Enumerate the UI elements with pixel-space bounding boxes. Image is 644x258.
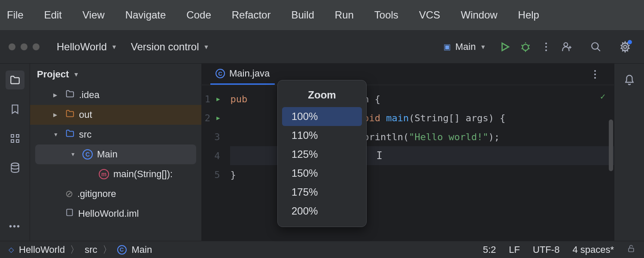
run-config-label: Main bbox=[455, 41, 476, 52]
more-tools-button[interactable]: ••• bbox=[6, 217, 24, 236]
svg-rect-17 bbox=[16, 140, 19, 142]
breadcrumb-root[interactable]: HelloWorld bbox=[19, 244, 65, 255]
svg-rect-15 bbox=[16, 135, 19, 137]
vertical-dots-icon bbox=[594, 70, 596, 79]
tree-label: main(String[]): bbox=[113, 169, 173, 180]
chevron-down-icon: ▼ bbox=[204, 43, 210, 50]
project-tool-button[interactable] bbox=[6, 71, 24, 89]
editor-more-button[interactable] bbox=[585, 64, 605, 85]
encoding-label[interactable]: UTF-8 bbox=[533, 244, 559, 255]
tree-item-idea[interactable]: ▶ .idea bbox=[30, 85, 201, 105]
chevron-down-icon: ▼ bbox=[53, 132, 61, 138]
lock-icon[interactable] bbox=[627, 244, 635, 255]
cursor-position-label[interactable]: 5:2 bbox=[483, 244, 496, 255]
editor-tab-main[interactable]: C Main.java bbox=[210, 64, 275, 85]
tree-item-main-method[interactable]: m main(String[]): bbox=[30, 164, 201, 184]
project-panel-title: Project bbox=[37, 69, 69, 80]
tree-item-gitignore[interactable]: ⊘ .gitignore bbox=[30, 184, 201, 204]
editor-gutter[interactable]: 1▶ 2▶ 3 4 5 bbox=[202, 85, 226, 241]
breadcrumb-file[interactable]: Main bbox=[132, 244, 152, 255]
menu-vcs[interactable]: VCS bbox=[416, 6, 444, 24]
menu-window[interactable]: Window bbox=[457, 6, 501, 24]
menu-tools[interactable]: Tools bbox=[371, 6, 402, 24]
menu-build[interactable]: Build bbox=[288, 6, 317, 24]
menu-help[interactable]: Help bbox=[515, 6, 543, 24]
bookmarks-tool-button[interactable] bbox=[6, 100, 24, 119]
vcs-dropdown[interactable]: Version control ▼ bbox=[131, 41, 210, 53]
scrollbar-thumb[interactable] bbox=[609, 120, 613, 171]
code-with-me-button[interactable] bbox=[556, 37, 577, 57]
line-number: 3 bbox=[211, 132, 220, 142]
menu-code[interactable]: Code bbox=[183, 6, 214, 24]
editor-body[interactable]: 1▶ 2▶ 3 4 5 pubn { c void main(String[] … bbox=[202, 85, 614, 241]
module-icon: ◇ bbox=[9, 246, 14, 254]
notifications-button[interactable] bbox=[620, 71, 639, 89]
search-button[interactable] bbox=[586, 37, 606, 57]
line-number: 2 bbox=[202, 113, 210, 123]
status-bar: ◇ HelloWorld 〉 src 〉 C Main 5:2 LF UTF-8… bbox=[0, 241, 644, 258]
class-icon: C bbox=[82, 149, 93, 160]
chevron-down-icon: ▼ bbox=[70, 151, 78, 157]
database-tool-button[interactable] bbox=[6, 158, 24, 177]
application-icon: ▣ bbox=[444, 42, 451, 52]
tree-item-iml[interactable]: HelloWorld.iml bbox=[30, 204, 201, 224]
zoom-option-125[interactable]: 125% bbox=[282, 145, 362, 164]
editor-tabs: C Main.java bbox=[202, 64, 614, 85]
menu-view[interactable]: View bbox=[79, 6, 108, 24]
inspection-ok-icon[interactable]: ✓ bbox=[600, 91, 605, 101]
tree-item-src[interactable]: ▼ src bbox=[30, 125, 201, 144]
class-icon: C bbox=[216, 69, 225, 78]
svg-line-4 bbox=[529, 45, 529, 46]
settings-button[interactable] bbox=[615, 37, 635, 57]
chevron-right-icon: ▶ bbox=[53, 112, 61, 118]
project-name-label: HelloWorld bbox=[57, 41, 107, 53]
menu-run[interactable]: Run bbox=[331, 6, 357, 24]
zoom-option-175[interactable]: 175% bbox=[282, 183, 362, 202]
svg-marker-0 bbox=[502, 43, 509, 50]
svg-rect-14 bbox=[11, 135, 14, 137]
menu-navigate[interactable]: Navigate bbox=[122, 6, 170, 24]
tree-label: .gitignore bbox=[77, 188, 116, 200]
svg-point-18 bbox=[11, 163, 18, 166]
breadcrumb[interactable]: ◇ HelloWorld 〉 src 〉 C Main bbox=[9, 243, 152, 256]
run-configuration-dropdown[interactable]: ▣ Main ▼ bbox=[444, 41, 486, 52]
debug-button[interactable] bbox=[515, 37, 536, 57]
window-controls[interactable] bbox=[9, 43, 39, 50]
indent-label[interactable]: 4 spaces* bbox=[572, 244, 614, 255]
chevron-right-icon: 〉 bbox=[70, 243, 79, 256]
menu-bar: File Edit View Navigate Code Refactor Bu… bbox=[0, 0, 644, 30]
folder-icon bbox=[65, 129, 75, 141]
zoom-option-100[interactable]: 100% bbox=[282, 107, 362, 126]
run-button[interactable] bbox=[495, 37, 515, 57]
run-gutter-icon[interactable]: ▶ bbox=[216, 95, 220, 102]
file-icon bbox=[65, 208, 74, 219]
menu-refactor[interactable]: Refactor bbox=[228, 6, 274, 24]
close-icon[interactable] bbox=[9, 43, 15, 50]
svg-point-11 bbox=[592, 43, 598, 49]
run-gutter-icon[interactable]: ▶ bbox=[216, 114, 220, 121]
minimize-icon[interactable] bbox=[21, 43, 27, 50]
project-panel: Project ▼ ▶ .idea ▶ out ▼ bbox=[30, 64, 202, 241]
zoom-popup-title: Zoom bbox=[278, 85, 366, 107]
tab-label: Main.java bbox=[229, 68, 270, 79]
zoom-option-200[interactable]: 200% bbox=[282, 202, 362, 221]
project-tree: ▶ .idea ▶ out ▼ src ▼ bbox=[30, 85, 201, 224]
menu-file[interactable]: File bbox=[3, 6, 27, 24]
svg-line-6 bbox=[529, 48, 529, 49]
project-panel-header[interactable]: Project ▼ bbox=[30, 64, 201, 85]
structure-tool-button[interactable] bbox=[6, 129, 24, 148]
maximize-icon[interactable] bbox=[33, 43, 39, 50]
line-separator-label[interactable]: LF bbox=[509, 244, 520, 255]
svg-rect-16 bbox=[11, 140, 14, 142]
tree-item-main-class[interactable]: ▼ C Main bbox=[35, 144, 196, 164]
chevron-right-icon: ▶ bbox=[53, 92, 61, 98]
tree-label: src bbox=[79, 129, 91, 140]
tree-item-out[interactable]: ▶ out bbox=[30, 105, 201, 125]
zoom-option-110[interactable]: 110% bbox=[282, 126, 362, 145]
zoom-option-150[interactable]: 150% bbox=[282, 164, 362, 183]
class-icon: C bbox=[117, 245, 127, 255]
more-actions-button[interactable] bbox=[536, 37, 556, 57]
project-dropdown[interactable]: HelloWorld ▼ bbox=[57, 41, 117, 53]
menu-edit[interactable]: Edit bbox=[41, 6, 65, 24]
breadcrumb-folder[interactable]: src bbox=[85, 244, 97, 255]
